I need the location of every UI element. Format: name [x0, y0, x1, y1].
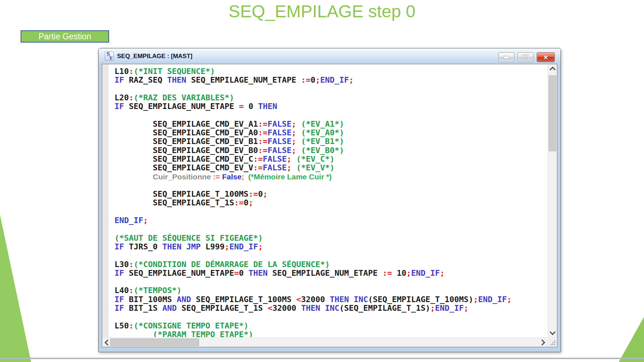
code-line: IF SEQ_EMPILAGE_NUM_ETAPE=0 THEN SEQ_EMP…	[114, 269, 547, 277]
horizontal-scrollbar[interactable]	[102, 337, 548, 347]
structured-text-icon[interactable]: S T	[105, 52, 114, 61]
window-titlebar[interactable]: S T SEQ_EMPILAGE : [MAST]	[99, 48, 561, 64]
code-line: SEQ_EMPILAGE_T_1S:=0;	[114, 198, 547, 207]
gestion-badge: Partie Gestion	[21, 30, 109, 43]
chevron-left-icon[interactable]	[105, 340, 111, 346]
code-line	[114, 277, 547, 286]
minimize-button[interactable]	[498, 52, 514, 62]
resize-grip-icon	[554, 344, 555, 345]
code-line: IF RAZ_SEQ THEN SEQ_EMPILAGE_NUM_ETAPE :…	[114, 75, 547, 84]
maximize-icon	[523, 55, 529, 60]
code-line: IF BIT_100MS AND SEQ_EMPILAGE_T_100MS <3…	[114, 295, 547, 304]
code-line: L50:(*CONSIGNE TEMPO ETAPE*)	[114, 321, 547, 330]
code-line: (*PARAM TEMPO ETAPE*)	[114, 330, 547, 337]
code-line	[114, 312, 547, 321]
window-controls: ×	[498, 52, 555, 62]
gestion-badge-label: Partie Gestion	[39, 32, 91, 42]
code-line: (*SAUT DE SÉQUENCE SI FIGEAGE*)	[114, 234, 547, 242]
vertical-scrollbar-thumb[interactable]	[549, 75, 556, 151]
slide: SEQ_EMPILAGE step 0 Partie Gestion S T S…	[0, 0, 644, 362]
window-title: SEQ_EMPILAGE : [MAST]	[117, 53, 193, 60]
corner-decoration-right	[619, 317, 644, 362]
code-line	[114, 207, 547, 216]
code-line	[114, 251, 547, 259]
code-line: SEQ_EMPILAGE_CMD_EV_B1:=FALSE; (*EV_B1*)	[114, 137, 547, 145]
code-line	[114, 181, 547, 189]
close-button[interactable]: ×	[537, 52, 555, 62]
code-line: L30:(*CONDITION DE DÉMARRAGE DE LA SÉQUE…	[114, 260, 547, 269]
code-line: SEQ_EMPILAGE_CMD_EV_A0:=FALSE; (*EV_A0*)	[114, 128, 547, 137]
code-line: SEQ_EMPILAGE_CMD_EV_V:=FALSE; (*EV_V*)	[114, 163, 547, 172]
code-line: IF TJRS_0 THEN JMP L999;END_IF;	[114, 242, 547, 251]
code-line: L40:(*TEMPOS*)	[114, 286, 547, 295]
editor-margin-strip	[102, 64, 108, 337]
code-line: SEQ_EMPILAGE_CMD_EV_C:=FALSE; (*EV_C*)	[114, 154, 547, 163]
code-line: END_IF;	[114, 216, 547, 224]
maximize-button[interactable]	[518, 52, 533, 62]
corner-decoration-left	[0, 215, 31, 362]
chevron-up-icon[interactable]	[550, 67, 556, 73]
code-line	[114, 84, 547, 93]
chevron-right-icon[interactable]	[539, 340, 545, 346]
code-area[interactable]: L10:(*INIT SEQUENCE*)IF RAZ_SEQ THEN SEQ…	[114, 67, 547, 337]
code-line: SEQ_EMPILAGE_CMD_EV_B0:=FALSE; (*EV_B0*)	[114, 146, 547, 154]
code-line: IF BIT_1S AND SEQ_EMPILAGE_T_1S <32000 T…	[114, 304, 547, 312]
slide-edge-strip	[0, 358, 644, 359]
page-title: SEQ_EMPILAGE step 0	[0, 1, 644, 21]
editor-window: S T SEQ_EMPILAGE : [MAST] × L10:(*INIT S…	[98, 48, 561, 352]
code-line: SEQ_EMPILAGE_CMD_EV_A1:=FALSE; (*EV_A1*)	[114, 119, 547, 128]
code-line: SEQ_EMPILAGE_T_100MS:=0;	[114, 189, 547, 198]
vertical-scrollbar[interactable]	[548, 64, 557, 337]
code-editor[interactable]: L10:(*INIT SEQUENCE*)IF RAZ_SEQ THEN SEQ…	[102, 64, 557, 347]
code-line: L10:(*INIT SEQUENCE*)	[114, 67, 547, 75]
code-line: L20:(*RAZ DES VARIABLES*)	[114, 93, 547, 102]
resize-grip[interactable]	[548, 337, 557, 347]
code-line	[114, 110, 547, 119]
minimize-icon	[503, 56, 510, 59]
code-line: Cuir_Positionne := False; (*Mémoire Lame…	[114, 172, 547, 181]
code-line	[114, 224, 547, 233]
horizontal-scrollbar-thumb[interactable]	[110, 339, 199, 346]
code-line: IF SEQ_EMPILAGE_NUM_ETAPE = 0 THEN	[114, 102, 547, 110]
close-icon: ×	[537, 53, 554, 62]
chevron-down-icon[interactable]	[550, 329, 556, 335]
